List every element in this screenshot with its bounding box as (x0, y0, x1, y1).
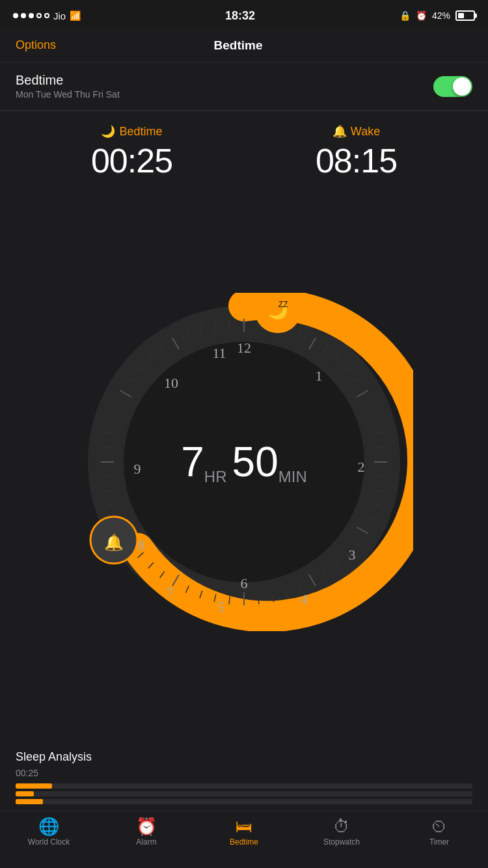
status-time: 18:32 (225, 9, 255, 23)
svg-text:2: 2 (358, 459, 365, 475)
dot-1 (13, 13, 18, 18)
options-button[interactable]: Options (16, 38, 56, 52)
bedtime-tab-label: Bedtime (230, 837, 258, 847)
battery-fill (458, 13, 464, 18)
status-right: 🔒 ⏰ 42% (400, 10, 475, 21)
timer-icon: ⏲ (431, 818, 448, 835)
dot-3 (29, 13, 34, 18)
clock-container: 12 1 2 3 4 5 6 7 8 9 10 11 🌙 ZZ (75, 293, 413, 631)
dot-5 (44, 13, 49, 18)
bedtime-block[interactable]: 🌙 Bedtime 00:25 (91, 124, 172, 180)
moon-icon: 🌙 (101, 124, 115, 139)
svg-text:7: 7 (167, 584, 174, 601)
svg-text:11: 11 (212, 345, 226, 361)
status-bar: Jio 📶 18:32 🔒 ⏰ 42% (0, 0, 488, 29)
wake-block[interactable]: 🔔 Wake 08:15 (316, 124, 397, 180)
svg-text:10: 10 (164, 375, 178, 391)
bedtime-time-label: 🌙 Bedtime (91, 124, 172, 139)
wake-time-value: 08:15 (316, 141, 397, 180)
tab-stopwatch[interactable]: ⏱ Stopwatch (293, 818, 390, 847)
sleep-analysis-title: Sleep Analysis (16, 750, 472, 764)
sleep-bar-3 (16, 799, 472, 804)
bedtime-label-group: Bedtime Mon Tue Wed Thu Fri Sat (16, 73, 120, 100)
world-clock-icon: 🌐 (38, 818, 59, 835)
sleep-bar-fill-1 (16, 783, 52, 789)
sleep-analysis: Sleep Analysis 00:25 (0, 740, 488, 811)
lock-icon: 🔒 (400, 10, 411, 21)
signal-dots (13, 13, 49, 18)
svg-text:8: 8 (138, 537, 145, 553)
bedtime-toggle[interactable] (433, 76, 472, 97)
status-left: Jio 📶 (13, 10, 81, 21)
alarm-label: Alarm (136, 837, 156, 847)
battery-bar (455, 10, 475, 21)
tab-bedtime[interactable]: 🛏 Bedtime (195, 818, 293, 847)
wifi-icon: 📶 (70, 10, 81, 21)
sleep-analysis-time: 00:25 (16, 768, 472, 778)
main-content: Bedtime Mon Tue Wed Thu Fri Sat 🌙 Bedtim… (0, 62, 488, 811)
bedtime-toggle-row: Bedtime Mon Tue Wed Thu Fri Sat (0, 62, 488, 111)
sleep-bar-fill-3 (16, 799, 43, 804)
carrier-label: Jio (53, 10, 66, 21)
bedtime-days: Mon Tue Wed Thu Fri Sat (16, 89, 120, 100)
svg-text:4: 4 (301, 591, 308, 607)
wake-time-label: 🔔 Wake (316, 124, 397, 139)
svg-text:6: 6 (241, 575, 248, 591)
stopwatch-label: Stopwatch (323, 837, 360, 847)
toggle-knob (453, 77, 471, 96)
clock-area[interactable]: 12 1 2 3 4 5 6 7 8 9 10 11 🌙 ZZ (0, 191, 488, 740)
svg-text:🔔: 🔔 (104, 533, 124, 552)
sleep-bar-fill-2 (16, 791, 34, 796)
bedtime-label: Bedtime (16, 73, 120, 88)
svg-text:3: 3 (349, 547, 356, 563)
sleep-bars (16, 783, 472, 804)
sleep-bar-1 (16, 783, 472, 789)
svg-text:5: 5 (218, 599, 225, 615)
dot-2 (21, 13, 26, 18)
bell-icon: 🔔 (332, 124, 347, 139)
svg-text:1: 1 (316, 368, 323, 384)
world-clock-label: World Clock (28, 837, 70, 847)
svg-text:9: 9 (134, 461, 141, 477)
nav-bar: Options Bedtime (0, 29, 488, 62)
dot-4 (36, 13, 42, 18)
timer-label: Timer (429, 837, 449, 847)
bedtime-time-value: 00:25 (91, 141, 172, 180)
tab-timer[interactable]: ⏲ Timer (390, 818, 488, 847)
svg-point-1 (124, 342, 364, 582)
tab-alarm[interactable]: ⏰ Alarm (98, 818, 195, 847)
nav-title: Bedtime (214, 38, 263, 53)
clock-svg: 12 1 2 3 4 5 6 7 8 9 10 11 🌙 ZZ (75, 293, 413, 631)
sleep-bar-2 (16, 791, 472, 796)
svg-text:ZZ: ZZ (278, 300, 288, 309)
battery-percent: 42% (432, 10, 450, 21)
svg-text:12: 12 (237, 340, 251, 356)
bedtime-tab-icon: 🛏 (236, 818, 252, 835)
times-row: 🌙 Bedtime 00:25 🔔 Wake 08:15 (0, 111, 488, 191)
tab-world-clock[interactable]: 🌐 World Clock (0, 818, 98, 847)
alarm-icon: ⏰ (136, 818, 157, 835)
stopwatch-icon: ⏱ (333, 818, 350, 835)
alarm-icon: ⏰ (416, 10, 427, 21)
tab-bar: 🌐 World Clock ⏰ Alarm 🛏 Bedtime ⏱ Stopwa… (0, 811, 488, 868)
